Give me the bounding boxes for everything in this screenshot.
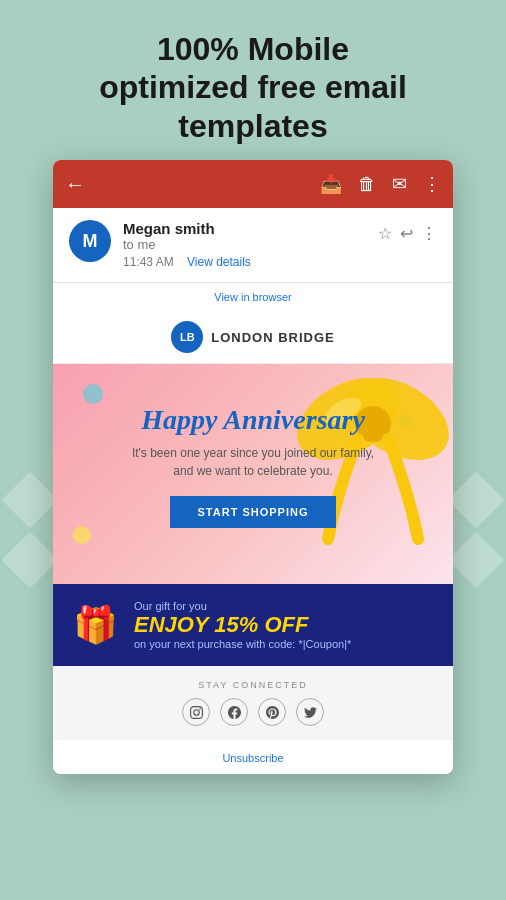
more-menu-icon[interactable]: ⋮: [423, 173, 441, 195]
discount-text: Our gift for you ENJOY 15% OFF on your n…: [134, 600, 351, 650]
discount-main: ENJOY 15% OFF: [134, 612, 351, 638]
brand-name: LONDON BRIDGE: [211, 330, 335, 345]
email-meta: Megan smith to me 11:43 AM View details: [123, 220, 366, 270]
view-in-browser[interactable]: View in browser: [53, 283, 453, 311]
brand-logo: LB: [171, 321, 203, 353]
diamond-decoration-left-top: [2, 472, 59, 529]
diamond-decoration-right-top: [448, 472, 505, 529]
email-header: M Megan smith to me 11:43 AM View detail…: [53, 208, 453, 283]
hero-subtitle: It's been one year since you joined our …: [73, 444, 433, 480]
unsubscribe-link[interactable]: Unsubscribe: [222, 752, 283, 764]
gift-icon: 🎁: [73, 604, 118, 646]
facebook-icon[interactable]: [220, 698, 248, 726]
star-icon[interactable]: ☆: [378, 224, 392, 243]
cta-button[interactable]: START SHOPPING: [170, 496, 337, 528]
twitter-icon[interactable]: [296, 698, 324, 726]
email-to-label: to me: [123, 237, 366, 252]
email-more-icon[interactable]: ⋮: [421, 224, 437, 243]
back-button[interactable]: ←: [65, 173, 85, 196]
discount-code: on your next purchase with code: *|Coupo…: [134, 638, 351, 650]
social-icons: [67, 698, 439, 726]
stay-connected-label: STAY CONNECTED: [67, 680, 439, 690]
stay-connected-section: STAY CONNECTED: [53, 666, 453, 740]
pinterest-icon[interactable]: [258, 698, 286, 726]
brand-header: LB LONDON BRIDGE: [53, 311, 453, 364]
email-actions: ☆ ↩ ⋮: [378, 224, 437, 243]
instagram-icon[interactable]: [182, 698, 210, 726]
avatar: M: [69, 220, 111, 262]
hero-title: Happy Anniversary: [73, 404, 433, 436]
gmail-toolbar: ← 📥 🗑 ✉ ⋮: [53, 160, 453, 208]
reply-icon[interactable]: ↩: [400, 224, 413, 243]
unsubscribe-section: Unsubscribe: [53, 740, 453, 774]
hero-section: Happy Anniversary It's been one year sin…: [53, 364, 453, 584]
email-body: View in browser LB LONDON BRIDGE: [53, 283, 453, 774]
mail-icon[interactable]: ✉: [392, 173, 407, 195]
email-time: 11:43 AM: [123, 255, 174, 269]
decoration-circle-yellow-1: [73, 526, 91, 544]
archive-icon[interactable]: 📥: [320, 173, 342, 195]
diamond-decoration-right-bottom: [448, 532, 505, 589]
discount-section: 🎁 Our gift for you ENJOY 15% OFF on your…: [53, 584, 453, 666]
delete-icon[interactable]: 🗑: [358, 174, 376, 195]
sender-name: Megan smith: [123, 220, 366, 237]
view-details-link[interactable]: View details: [187, 255, 251, 269]
page-title: 100% Mobile optimized free email templat…: [0, 0, 506, 165]
phone-frame: ← 📥 🗑 ✉ ⋮ M Megan smith to me 11:43 AM V…: [53, 160, 453, 774]
hero-text: Happy Anniversary It's been one year sin…: [73, 394, 433, 528]
discount-pretext: Our gift for you: [134, 600, 351, 612]
diamond-decoration-left-bottom: [2, 532, 59, 589]
